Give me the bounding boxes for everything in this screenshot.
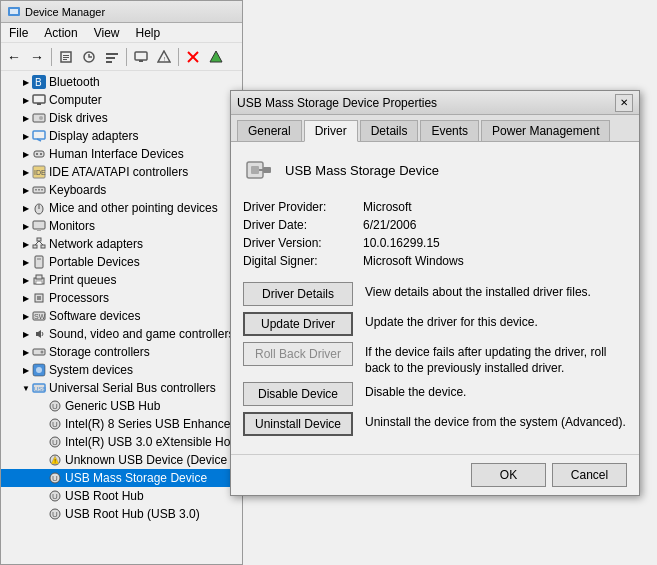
toolbar-monitor[interactable]: [130, 46, 152, 68]
tree-bluetooth[interactable]: ▶ B Bluetooth: [1, 73, 242, 91]
tree-usb[interactable]: ▼ USB Universal Serial Bus controllers: [1, 379, 242, 397]
computer-icon: [32, 93, 46, 107]
tree-intel-usb3-label: Intel(R) USB 3.0 eXtensible Host...: [65, 435, 242, 449]
tree-diskdrives[interactable]: ▶ Disk drives: [1, 109, 242, 127]
device-name: USB Mass Storage Device: [285, 163, 439, 178]
svg-rect-19: [33, 95, 45, 103]
tree-software-label: Software devices: [49, 309, 140, 323]
device-manager-icon: [7, 5, 21, 19]
driver-provider-value: Microsoft: [363, 200, 412, 214]
tree-hid-label: Human Interface Devices: [49, 147, 184, 161]
menu-file[interactable]: File: [5, 25, 32, 41]
tab-power-management[interactable]: Power Management: [481, 120, 610, 142]
usb-device-icon5: U: [48, 507, 62, 521]
tree-hid[interactable]: ▶ Human Interface Devices: [1, 145, 242, 163]
disable-device-button[interactable]: Disable Device: [243, 382, 353, 406]
tree-storage[interactable]: ▶ Storage controllers: [1, 343, 242, 361]
display-icon: [32, 129, 46, 143]
tree-usb-root-hub[interactable]: ▶ U USB Root Hub: [1, 487, 242, 505]
svg-point-26: [36, 153, 38, 155]
svg-rect-33: [41, 189, 43, 191]
svg-rect-38: [37, 238, 41, 241]
tree-intel-usb3[interactable]: ▶ U Intel(R) USB 3.0 eXtensible Host...: [1, 433, 242, 451]
update-driver-row: Update Driver Update the driver for this…: [243, 312, 627, 336]
svg-rect-3: [63, 55, 69, 56]
tree-usb-mass-storage[interactable]: ▶ U USB Mass Storage Device: [1, 469, 242, 487]
toolbar-warning[interactable]: !: [153, 46, 175, 68]
ok-button[interactable]: OK: [471, 463, 546, 487]
svg-rect-76: [263, 167, 271, 173]
svg-marker-52: [36, 330, 41, 338]
svg-rect-22: [39, 116, 43, 120]
menu-view[interactable]: View: [90, 25, 124, 41]
tree-print[interactable]: ▶ Print queues: [1, 271, 242, 289]
roll-back-button[interactable]: Roll Back Driver: [243, 342, 353, 366]
network-icon: [32, 237, 46, 251]
tab-general[interactable]: General: [237, 120, 302, 142]
expand-arrow: ▼: [21, 383, 31, 393]
svg-rect-5: [63, 59, 67, 60]
processor-icon: [32, 291, 46, 305]
uninstall-device-button[interactable]: Uninstall Device: [243, 412, 353, 436]
print-icon: [32, 273, 46, 287]
usb-controller-icon: USB: [32, 381, 46, 395]
svg-point-27: [40, 153, 42, 155]
dialog-tabs: General Driver Details Events Power Mana…: [231, 115, 639, 142]
tree-keyboards-label: Keyboards: [49, 183, 106, 197]
driver-details-button[interactable]: Driver Details: [243, 282, 353, 306]
toolbar-sep1: [51, 48, 52, 66]
tree-computer[interactable]: ▶ Computer: [1, 91, 242, 109]
tree-mice[interactable]: ▶ Mice and other pointing devices: [1, 199, 242, 217]
svg-rect-37: [37, 229, 41, 231]
cancel-button[interactable]: Cancel: [552, 463, 627, 487]
svg-rect-1: [10, 9, 18, 14]
tree-network[interactable]: ▶ Network adapters: [1, 235, 242, 253]
toolbar-sep3: [178, 48, 179, 66]
dialog-close-button[interactable]: ✕: [615, 94, 633, 112]
tree-unknown-usb[interactable]: ▶ ! Unknown USB Device (Device D...: [1, 451, 242, 469]
tree-software[interactable]: ▶ SW Software devices: [1, 307, 242, 325]
tree-usb-root-hub-3[interactable]: ▶ U USB Root Hub (USB 3.0): [1, 505, 242, 523]
tab-events[interactable]: Events: [420, 120, 479, 142]
svg-text:IDE: IDE: [34, 169, 46, 176]
tree-processors[interactable]: ▶ Processors: [1, 289, 242, 307]
toolbar-scan[interactable]: [101, 46, 123, 68]
update-driver-button[interactable]: Update Driver: [243, 312, 353, 336]
device-manager-window: Device Manager File Action View Help ← →…: [0, 0, 243, 565]
svg-rect-36: [33, 221, 45, 229]
tree-keyboards[interactable]: ▶ Keyboards: [1, 181, 242, 199]
tree-intel8[interactable]: ▶ U Intel(R) 8 Series USB Enhanced...: [1, 415, 242, 433]
tree-sound[interactable]: ▶ Sound, video and game controllers: [1, 325, 242, 343]
menu-help[interactable]: Help: [132, 25, 165, 41]
expand-arrow: ▶: [21, 257, 31, 267]
toolbar-update[interactable]: [78, 46, 100, 68]
hid-icon: [32, 147, 46, 161]
driver-date-row: Driver Date: 6/21/2006: [243, 218, 627, 232]
menu-action[interactable]: Action: [40, 25, 81, 41]
toolbar-add[interactable]: [205, 46, 227, 68]
expand-arrow: ▶: [21, 221, 31, 231]
driver-details-desc: View details about the installed driver …: [365, 282, 627, 301]
tree-displayadapters[interactable]: ▶ Display adapters: [1, 127, 242, 145]
mice-icon: [32, 201, 46, 215]
svg-point-56: [36, 367, 42, 373]
tree-system[interactable]: ▶ System devices: [1, 361, 242, 379]
tree-processors-label: Processors: [49, 291, 109, 305]
expand-arrow: ▶: [21, 365, 31, 375]
tree-generic-hub-label: Generic USB Hub: [65, 399, 160, 413]
tab-driver[interactable]: Driver: [304, 120, 358, 142]
tree-generic-hub[interactable]: ▶ U Generic USB Hub: [1, 397, 242, 415]
tree-portable[interactable]: ▶ Portable Devices: [1, 253, 242, 271]
svg-rect-23: [33, 131, 45, 139]
svg-text:U: U: [52, 474, 58, 483]
tree-monitors[interactable]: ▶ Monitors: [1, 217, 242, 235]
uninstall-device-row: Uninstall Device Uninstall the device fr…: [243, 412, 627, 436]
toolbar-remove[interactable]: [182, 46, 204, 68]
toolbar-back[interactable]: ←: [3, 46, 25, 68]
tree-ide[interactable]: ▶ IDE IDE ATA/ATAPI controllers: [1, 163, 242, 181]
uninstall-device-desc: Uninstall the device from the system (Ad…: [365, 412, 627, 431]
toolbar-forward[interactable]: →: [26, 46, 48, 68]
toolbar-properties[interactable]: [55, 46, 77, 68]
tab-details[interactable]: Details: [360, 120, 419, 142]
system-icon: [32, 363, 46, 377]
